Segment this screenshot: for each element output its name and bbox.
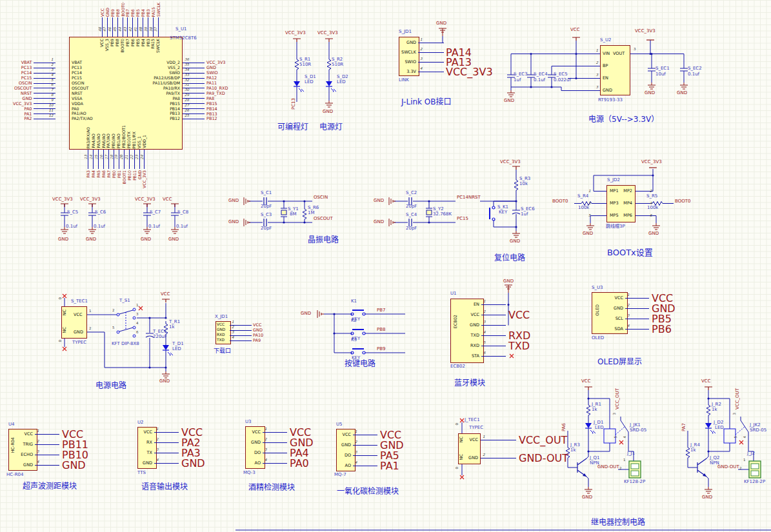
relay-ref[interactable]: J_JK1: [630, 423, 641, 428]
gnd-label[interactable]: GND: [702, 495, 712, 500]
net-label[interactable]: PB5: [135, 9, 140, 17]
gnd-label[interactable]: GND: [168, 237, 179, 242]
connector-part[interactable]: KF128-2P: [744, 480, 765, 484]
oled-ref[interactable]: S_U3: [592, 286, 603, 290]
cap-ref[interactable]: S_EC6: [521, 207, 535, 212]
net-label[interactable]: PA1: [377, 460, 399, 472]
resistor-ref[interactable]: T_R1: [169, 320, 180, 324]
net-label[interactable]: PB3: [146, 9, 150, 17]
cap-value[interactable]: 0.1uf: [176, 224, 188, 229]
led-ref[interactable]: T_D1: [172, 342, 184, 346]
net-label[interactable]: GND-OUT: [597, 465, 619, 469]
transistor-ref[interactable]: J_Q2: [710, 456, 720, 460]
gnd-label[interactable]: GND: [582, 495, 592, 500]
cap-ref[interactable]: S_EC3: [514, 72, 528, 77]
resistor-value[interactable]: 10k: [519, 182, 528, 186]
resistor-ref[interactable]: S_R1: [299, 57, 310, 62]
crystal-value[interactable]: 32.768K: [433, 212, 452, 217]
net-label[interactable]: PA11: [205, 81, 217, 86]
led-ref[interactable]: S_D2: [337, 75, 348, 79]
net-label[interactable]: GND-OUT: [516, 452, 568, 464]
net-label[interactable]: OSCIN: [13, 81, 34, 86]
switch-ref[interactable]: T_S1: [119, 299, 130, 303]
net-label[interactable]: GND: [179, 457, 205, 469]
net-label[interactable]: PB9: [110, 9, 115, 17]
power-net-label[interactable]: VCC: [570, 28, 580, 32]
net-label[interactable]: PA8: [205, 96, 214, 101]
net-label[interactable]: PB15: [205, 101, 217, 106]
resistor-value[interactable]: 510R: [299, 63, 311, 67]
schematic-sheet[interactable]: S_U1 STM32C8T6 VBAT 1 PC13 2 PC14 3 PC15…: [0, 0, 771, 532]
gnd-label[interactable]: GND: [503, 279, 514, 284]
net-label[interactable]: PB0: [112, 170, 116, 178]
button-value[interactable]: KEY: [499, 210, 507, 215]
power-net-label[interactable]: VCC_3V3: [317, 31, 338, 35]
led-value[interactable]: LED: [595, 426, 604, 430]
net-label[interactable]: VCC: [506, 309, 530, 321]
relay-part[interactable]: SRD-05: [750, 428, 766, 433]
bootx-ref[interactable]: S_JD2: [607, 178, 620, 182]
bootx-part[interactable]: 跳线帽3P: [606, 224, 625, 229]
connector-ref[interactable]: J_J1: [627, 451, 635, 456]
net-label[interactable]: PB6: [649, 323, 672, 335]
net-label[interactable]: TXD: [506, 340, 530, 352]
resistor-ref[interactable]: J_R1: [592, 402, 601, 407]
net-label[interactable]: PA10: [252, 333, 263, 338]
resistor-value[interactable]: 1k: [712, 408, 717, 412]
cap-ref[interactable]: S_EC1: [656, 66, 670, 71]
ultrasonic-part[interactable]: HC-R04: [6, 473, 23, 477]
net-label[interactable]: PB14: [205, 106, 217, 112]
power-net-label[interactable]: VCC_3V3: [80, 197, 101, 202]
net-label[interactable]: GND: [137, 170, 142, 179]
net-label[interactable]: PB12: [205, 116, 217, 121]
resistor-ref[interactable]: S_R6: [308, 206, 319, 210]
net-label[interactable]: GND: [59, 459, 86, 471]
net-label[interactable]: NRST: [13, 91, 34, 96]
resistor-ref[interactable]: J_R4: [690, 443, 700, 448]
net-label[interactable]: PA9_TXD: [205, 91, 225, 96]
power-net-label[interactable]: VCC_3V3: [285, 31, 306, 35]
net-label[interactable]: PA12: [205, 75, 217, 81]
led-value[interactable]: LED: [305, 80, 314, 84]
resistor-value[interactable]: 1k: [169, 325, 175, 330]
net-label[interactable]: PB7: [125, 9, 130, 17]
led-value[interactable]: LED: [172, 347, 181, 351]
resistor-ref[interactable]: J_R3: [570, 443, 580, 448]
gnd-label[interactable]: GND: [86, 237, 96, 242]
gnd-label[interactable]: GND: [374, 220, 384, 224]
net-label[interactable]: PB8: [115, 9, 120, 17]
resistor-ref[interactable]: S_R2: [332, 57, 343, 62]
resistor-ref[interactable]: J_R2: [712, 402, 721, 407]
net-label[interactable]: OSCIN: [314, 195, 328, 200]
net-label[interactable]: GND: [252, 328, 263, 333]
net-label[interactable]: PA5: [96, 170, 101, 178]
resistor-value[interactable]: 1k: [570, 448, 576, 453]
power-net-label[interactable]: VCC: [161, 292, 170, 297]
net-label[interactable]: OSCOUT: [13, 86, 34, 91]
gnd-label[interactable]: GND: [58, 237, 68, 242]
gnd-label[interactable]: GND: [141, 237, 151, 242]
net-label[interactable]: PC15: [13, 75, 34, 81]
net-label[interactable]: GND: [13, 96, 34, 101]
cap-ref[interactable]: S_EC5: [554, 72, 568, 77]
crystal-value[interactable]: 8M: [290, 212, 297, 217]
led-value[interactable]: LED: [715, 426, 724, 430]
mcu-ref[interactable]: S_U1: [175, 27, 187, 32]
net-label[interactable]: VBAT: [13, 60, 34, 65]
relay-circuit-b[interactable]: [686, 387, 761, 493]
cap-value[interactable]: 1uf: [514, 78, 521, 83]
resistor-value[interactable]: 1k: [592, 408, 597, 412]
net-label[interactable]: PB4: [141, 9, 145, 17]
crystal-ref[interactable]: S_Y1: [288, 207, 299, 212]
resistor-ref[interactable]: S_R4: [577, 194, 588, 199]
power-net-label[interactable]: VCC: [163, 197, 172, 202]
net-label[interactable]: BOOT0: [675, 199, 690, 204]
mq7-ref[interactable]: U5: [336, 422, 343, 427]
net-label[interactable]: OSCOUT: [314, 217, 333, 221]
net-label[interactable]: PA10_RXD: [205, 86, 228, 91]
net-label[interactable]: PA2: [13, 116, 34, 121]
cap-value[interactable]: 0.1uf: [688, 72, 699, 77]
gnd-label[interactable]: GND: [374, 199, 384, 203]
download-ref[interactable]: X_JD1: [215, 315, 228, 319]
net-label[interactable]: NRST: [468, 195, 481, 200]
